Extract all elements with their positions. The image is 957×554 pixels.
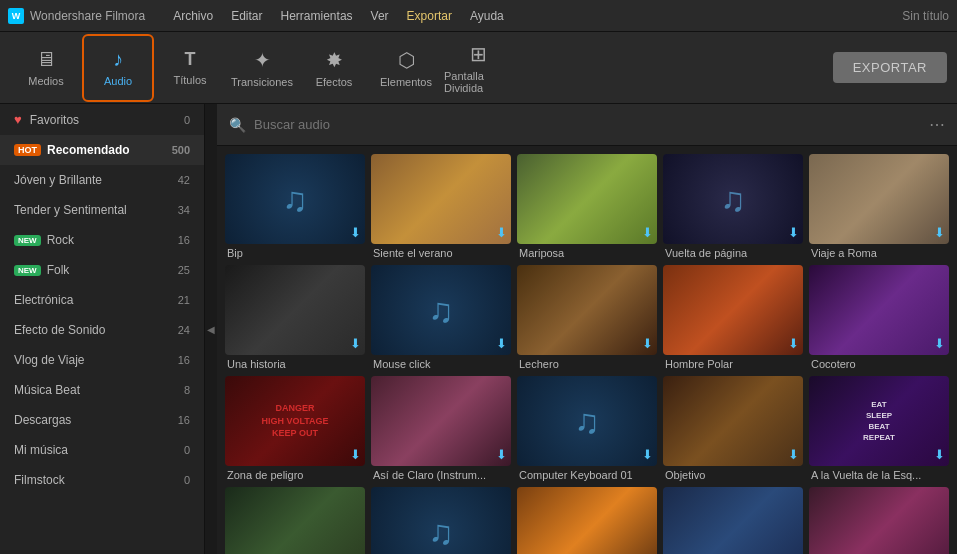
menu-ver[interactable]: Ver	[363, 5, 397, 27]
medios-icon: 🖥	[36, 48, 56, 71]
grid-item-bip[interactable]: ♫⬇Bip	[225, 154, 365, 259]
sidebar-count-electronica: 21	[178, 294, 190, 306]
sidebar-collapse-handle[interactable]: ◀	[205, 104, 217, 554]
grid-item-vuelta-esq[interactable]: EATSLEEPBEATREPEAT⬇A la Vuelta de la Esq…	[809, 376, 949, 481]
sidebar-item-folk[interactable]: new Folk 25	[0, 255, 204, 285]
menu-archivo[interactable]: Archivo	[165, 5, 221, 27]
menu-editar[interactable]: Editar	[223, 5, 270, 27]
main-panel: 🔍 ⋯ ♫⬇Bip⬇Siente el verano⬇Mariposa♫⬇Vue…	[217, 104, 957, 554]
grid-item-cocotero[interactable]: ⬇Cocotero	[809, 265, 949, 370]
export-button[interactable]: EXPORTAR	[833, 52, 947, 83]
audio-icon: ♪	[113, 48, 123, 71]
menu-herramientas[interactable]: Herramientas	[273, 5, 361, 27]
toolbar-pantalla[interactable]: ⊞ Pantalla Dividida	[442, 34, 514, 102]
download-icon[interactable]: ⬇	[788, 225, 799, 240]
menu-ayuda[interactable]: Ayuda	[462, 5, 512, 27]
new-tag-rock: new	[14, 235, 41, 246]
toolbar-audio[interactable]: ♪ Audio	[82, 34, 154, 102]
download-icon[interactable]: ⬇	[350, 225, 361, 240]
sidebar-label-favoritos: Favoritos	[30, 113, 79, 127]
sidebar-label-folk: Folk	[47, 263, 70, 277]
audio-grid: ♫⬇Bip⬇Siente el verano⬇Mariposa♫⬇Vuelta …	[217, 146, 957, 554]
sidebar-item-vlog[interactable]: Vlog de Viaje 16	[0, 345, 204, 375]
sidebar-label-vlog: Vlog de Viaje	[14, 353, 85, 367]
menu-exportar[interactable]: Exportar	[399, 5, 460, 27]
audio-label: Audio	[104, 75, 132, 87]
download-icon[interactable]: ⬇	[642, 447, 653, 462]
download-icon[interactable]: ⬇	[496, 447, 507, 462]
sidebar-item-joven[interactable]: Jóven y Brillante 42	[0, 165, 204, 195]
grid-item-label: Viaje a Roma	[809, 247, 949, 259]
download-icon[interactable]: ⬇	[350, 447, 361, 462]
sidebar-count-mimusica: 0	[184, 444, 190, 456]
grid-item-lechero[interactable]: ⬇Lechero	[517, 265, 657, 370]
efectos-label: Efectos	[316, 76, 353, 88]
sidebar-item-mimusica[interactable]: Mi música 0	[0, 435, 204, 465]
grid-item-label: Siente el verano	[371, 247, 511, 259]
elementos-label: Elementos	[380, 76, 432, 88]
sidebar-count-folk: 25	[178, 264, 190, 276]
download-icon[interactable]: ⬇	[788, 336, 799, 351]
grid-item-keyboard[interactable]: ♫⬇Computer Keyboard 01	[517, 376, 657, 481]
sidebar-item-efecto[interactable]: Efecto de Sonido 24	[0, 315, 204, 345]
sidebar-item-favoritos[interactable]: ♥ Favoritos 0	[0, 104, 204, 135]
grid-item-label: Computer Keyboard 01	[517, 469, 657, 481]
grid-item-label: Objetivo	[663, 469, 803, 481]
sidebar-item-rock[interactable]: new Rock 16	[0, 225, 204, 255]
grid-item-lagrimas[interactable]: ⬇Cielo de lágrimas	[809, 487, 949, 554]
grid-item-swoosh[interactable]: ♫⬇Swoosh de transición	[371, 487, 511, 554]
download-icon[interactable]: ⬇	[496, 225, 507, 240]
sidebar-label-efecto: Efecto de Sonido	[14, 323, 105, 337]
transiciones-icon: ✦	[254, 48, 271, 72]
download-icon[interactable]: ⬇	[934, 336, 945, 351]
grid-item-45instrum[interactable]: ⬇45 - Versión Instrum...	[663, 487, 803, 554]
sidebar-item-tender[interactable]: Tender y Sentimental 34	[0, 195, 204, 225]
toolbar-transiciones[interactable]: ✦ Transiciones	[226, 34, 298, 102]
grid-item-label: Mouse click	[371, 358, 511, 370]
grid-item-peligro[interactable]: DANGERHIGH VOLTAGEKEEP OUT⬇Zona de pelig…	[225, 376, 365, 481]
grid-item-mouse[interactable]: ♫⬇Mouse click	[371, 265, 511, 370]
grid-item-objetivo[interactable]: ⬇Objetivo	[663, 376, 803, 481]
grid-item-empezar[interactable]: ⬇Volver a Empezar	[225, 487, 365, 554]
grid-item-mariposa[interactable]: ⬇Mariposa	[517, 154, 657, 259]
download-icon[interactable]: ⬇	[642, 225, 653, 240]
grid-item-vuelta[interactable]: ♫⬇Vuelta de página	[663, 154, 803, 259]
new-tag-folk: new	[14, 265, 41, 276]
toolbar-elementos[interactable]: ⬡ Elementos	[370, 34, 442, 102]
download-icon[interactable]: ⬇	[934, 447, 945, 462]
grid-item-viaje-roma[interactable]: ⬇Viaje a Roma	[809, 154, 949, 259]
sidebar-item-recomendado[interactable]: hot Recomendado 500	[0, 135, 204, 165]
sidebar-count-filmstock: 0	[184, 474, 190, 486]
search-input[interactable]	[254, 117, 921, 132]
grid-item-label: A la Vuelta de la Esq...	[809, 469, 949, 481]
collapse-icon: ◀	[207, 324, 215, 335]
sidebar-count-descargas: 16	[178, 414, 190, 426]
sidebar-item-musica[interactable]: Música Beat 8	[0, 375, 204, 405]
grid-item-feliz[interactable]: ⬇Sala Feliz	[517, 487, 657, 554]
grid-item-historia[interactable]: ⬇Una historia	[225, 265, 365, 370]
titulos-icon: T	[185, 49, 196, 70]
toolbar-medios[interactable]: 🖥 Medios	[10, 34, 82, 102]
pantalla-label: Pantalla Dividida	[444, 70, 512, 94]
download-icon[interactable]: ⬇	[350, 336, 361, 351]
sidebar-count-musica: 8	[184, 384, 190, 396]
sidebar-label-recomendado: Recomendado	[47, 143, 130, 157]
toolbar-titulos[interactable]: T Títulos	[154, 34, 226, 102]
download-icon[interactable]: ⬇	[934, 225, 945, 240]
toolbar-efectos[interactable]: ✸ Efectos	[298, 34, 370, 102]
grid-item-hombre[interactable]: ⬇Hombre Polar	[663, 265, 803, 370]
grid-item-claro[interactable]: ⬇Así de Claro (Instrum...	[371, 376, 511, 481]
sidebar-item-filmstock[interactable]: Filmstock 0	[0, 465, 204, 495]
sidebar-item-electronica[interactable]: Electrónica 21	[0, 285, 204, 315]
grid-item-siente[interactable]: ⬇Siente el verano	[371, 154, 511, 259]
sidebar-item-descargas[interactable]: Descargas 16	[0, 405, 204, 435]
download-icon[interactable]: ⬇	[496, 336, 507, 351]
search-icon: 🔍	[229, 117, 246, 133]
sidebar: ♥ Favoritos 0 hot Recomendado 500 Jóven …	[0, 104, 205, 554]
sidebar-label-descargas: Descargas	[14, 413, 71, 427]
menu-bar: Archivo Editar Herramientas Ver Exportar…	[165, 5, 512, 27]
sidebar-count-joven: 42	[178, 174, 190, 186]
download-icon[interactable]: ⬇	[788, 447, 799, 462]
more-options-icon[interactable]: ⋯	[929, 115, 945, 134]
download-icon[interactable]: ⬇	[642, 336, 653, 351]
